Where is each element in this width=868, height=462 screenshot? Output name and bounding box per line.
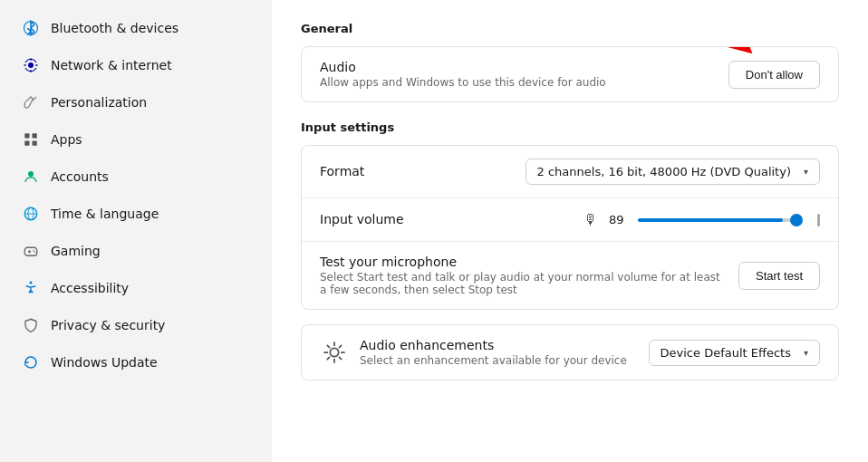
sidebar-item-privacy[interactable]: Privacy & security: [7, 307, 265, 343]
audio-title: Audio: [320, 60, 728, 74]
svg-line-25: [339, 345, 342, 348]
main-content: General Audio Allow apps and Windows to …: [272, 0, 868, 462]
sidebar-item-accessibility[interactable]: Accessibility: [7, 270, 265, 306]
sidebar-item-windows-update-label: Windows Update: [51, 355, 158, 370]
enhancement-icon: [320, 338, 349, 367]
shield-icon: [22, 316, 40, 334]
audio-enhancements-title: Audio enhancements: [360, 338, 649, 352]
svg-line-26: [327, 357, 330, 360]
slider-end-indicator: [817, 214, 820, 226]
sidebar-item-accessibility-label: Accessibility: [51, 281, 129, 295]
sidebar-item-privacy-label: Privacy & security: [51, 318, 165, 332]
brush-icon: [22, 93, 40, 111]
svg-point-15: [30, 282, 33, 284]
svg-rect-2: [24, 133, 29, 138]
account-icon: [22, 168, 40, 186]
format-label-container: Format: [320, 164, 526, 180]
accessibility-icon: [22, 279, 40, 297]
test-mic-subtitle: Select Start test and talk or play audio…: [320, 271, 720, 296]
sidebar-item-windows-update[interactable]: Windows Update: [7, 344, 265, 380]
audio-info: Audio Allow apps and Windows to use this…: [320, 60, 728, 89]
globe-icon: [22, 205, 40, 223]
sidebar-item-bluetooth-label: Bluetooth & devices: [51, 21, 178, 35]
sidebar-item-accounts[interactable]: Accounts: [7, 159, 265, 195]
test-microphone-row: Test your microphone Select Start test a…: [302, 242, 838, 309]
bluetooth-icon: [22, 19, 40, 37]
sidebar-item-personalization-label: Personalization: [51, 95, 147, 110]
svg-point-6: [28, 171, 34, 177]
svg-rect-3: [33, 133, 37, 138]
dont-allow-button[interactable]: Don't allow: [728, 61, 820, 89]
sidebar-item-network-label: Network & internet: [51, 58, 172, 72]
sidebar-item-apps[interactable]: Apps: [7, 121, 265, 158]
svg-rect-4: [24, 141, 29, 146]
svg-point-18: [330, 348, 338, 356]
format-label: Format: [320, 164, 526, 178]
svg-rect-5: [33, 141, 37, 146]
sidebar-item-gaming-label: Gaming: [51, 244, 101, 258]
chevron-down-icon: ▾: [804, 167, 808, 177]
slider-thumb[interactable]: [790, 214, 803, 226]
update-icon: [22, 353, 40, 371]
volume-number: 89: [609, 213, 627, 226]
format-row: Format 2 channels, 16 bit, 48000 Hz (DVD…: [302, 146, 838, 198]
device-default-chevron-icon: ▾: [804, 348, 808, 358]
test-mic-info: Test your microphone Select Start test a…: [320, 255, 738, 296]
svg-point-14: [34, 251, 36, 253]
input-volume-label-container: Input volume: [320, 212, 570, 228]
input-volume-row: Input volume 🎙 89: [302, 198, 838, 242]
format-dropdown[interactable]: 2 channels, 16 bit, 48000 Hz (DVD Qualit…: [526, 159, 820, 185]
network-icon: [22, 56, 40, 74]
red-arrow-annotation: [675, 46, 757, 56]
svg-line-23: [327, 345, 330, 348]
slider-fill: [638, 218, 783, 222]
audio-enhancements-card: Audio enhancements Select an enhancement…: [301, 324, 839, 380]
sidebar-item-time[interactable]: Time & language: [7, 196, 265, 232]
general-title: General: [301, 22, 839, 35]
start-test-button[interactable]: Start test: [738, 262, 820, 290]
gaming-icon: [22, 242, 40, 260]
sidebar-item-bluetooth[interactable]: Bluetooth & devices: [7, 10, 265, 46]
svg-line-24: [339, 357, 342, 360]
microphone-icon: 🎙: [583, 211, 598, 228]
input-settings-title: Input settings: [301, 120, 839, 134]
sidebar-item-apps-label: Apps: [51, 132, 82, 147]
input-settings-section: Input settings Format 2 channels, 16 bit…: [301, 120, 839, 380]
sidebar-item-time-label: Time & language: [51, 207, 159, 221]
audio-enhancements-info: Audio enhancements Select an enhancement…: [360, 338, 649, 367]
audio-enhancements-row: Audio enhancements Select an enhancement…: [302, 325, 838, 380]
apps-icon: [22, 130, 40, 149]
test-mic-title: Test your microphone: [320, 255, 720, 269]
sidebar: Bluetooth & devices Network & internet P…: [0, 0, 272, 462]
audio-enhancements-subtitle: Select an enhancement available for your…: [360, 354, 649, 367]
sidebar-item-network[interactable]: Network & internet: [7, 47, 265, 83]
audio-card: Audio Allow apps and Windows to use this…: [301, 46, 839, 102]
audio-row: Audio Allow apps and Windows to use this…: [302, 47, 838, 101]
audio-subtitle: Allow apps and Windows to use this devic…: [320, 76, 728, 89]
sidebar-item-personalization[interactable]: Personalization: [7, 84, 265, 120]
sidebar-item-accounts-label: Accounts: [51, 169, 109, 184]
svg-point-1: [28, 63, 34, 68]
input-volume-label: Input volume: [320, 212, 570, 226]
input-settings-card: Format 2 channels, 16 bit, 48000 Hz (DVD…: [301, 145, 839, 310]
volume-slider[interactable]: [638, 218, 801, 222]
svg-point-13: [33, 250, 34, 252]
device-default-label: Device Default Effects: [661, 346, 791, 360]
general-section: General Audio Allow apps and Windows to …: [301, 22, 839, 102]
device-default-dropdown[interactable]: Device Default Effects ▾: [649, 340, 820, 366]
volume-controls: 🎙 89: [570, 211, 820, 228]
format-value: 2 channels, 16 bit, 48000 Hz (DVD Qualit…: [537, 165, 791, 178]
sidebar-item-gaming[interactable]: Gaming: [7, 233, 265, 269]
